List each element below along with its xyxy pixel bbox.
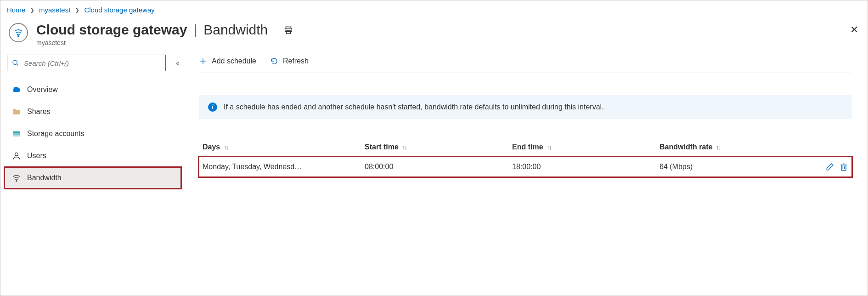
page-title: Cloud storage gateway [36,22,187,37]
svg-line-5 [17,64,18,65]
col-days[interactable]: Days↑↓ [203,143,365,151]
plus-icon [199,57,207,65]
svg-point-10 [16,181,17,182]
info-icon: i [208,102,217,112]
sidebar-item-label: Bandwidth [27,174,62,182]
svg-point-0 [18,35,19,37]
search-icon [12,59,19,67]
col-end-label: End time [512,143,543,151]
breadcrumb: Home ❯ myasetest ❯ Cloud storage gateway [7,6,861,14]
breadcrumb-home[interactable]: Home [7,6,25,14]
table-header: Days↑↓ Start time↑↓ End time↑↓ Bandwidth… [199,137,852,157]
schedule-table: Days↑↓ Start time↑↓ End time↑↓ Bandwidth… [199,137,852,177]
sidebar-item-bandwidth[interactable]: Bandwidth [4,167,181,189]
cell-end: 18:00:00 [512,163,659,171]
col-start-label: Start time [365,143,399,151]
sidebar-item-shares[interactable]: Shares [7,101,181,123]
user-icon [11,151,22,160]
cell-rate: 64 (Mbps) [659,163,807,171]
delete-icon[interactable] [839,162,848,171]
resource-subtitle: myasetest [36,39,839,46]
sidebar-item-label: Overview [27,85,58,94]
collapse-sidebar-icon[interactable]: « [174,57,181,68]
sidebar-nav: Overview Shares Storage accounts [7,79,181,189]
sidebar-item-storage-accounts[interactable]: Storage accounts [7,123,181,145]
breadcrumb-current[interactable]: Cloud storage gateway [84,6,154,14]
title-separator: | [193,22,197,37]
close-icon[interactable]: ✕ [847,22,861,38]
svg-rect-6 [13,131,20,133]
refresh-button[interactable]: Refresh [270,57,309,65]
col-start[interactable]: Start time↑↓ [365,143,512,151]
folder-icon [11,107,22,116]
cell-start: 08:00:00 [365,163,512,171]
chevron-right-icon: ❯ [75,7,79,13]
sidebar-item-users[interactable]: Users [7,145,181,167]
sidebar-item-label: Users [27,152,46,160]
col-end[interactable]: End time↑↓ [512,143,659,151]
svg-point-9 [15,153,18,156]
sidebar-item-label: Storage accounts [27,130,85,138]
info-banner: i If a schedule has ended and another sc… [199,95,852,119]
sort-icon: ↑↓ [224,144,228,151]
sort-icon: ↑↓ [402,144,406,151]
command-bar: Add schedule Refresh [199,55,852,73]
cell-days: Monday, Tuesday, Wednesd… [203,163,365,171]
col-rate-label: Bandwidth rate [659,143,713,151]
breadcrumb-resource[interactable]: myasetest [39,6,70,14]
add-schedule-label: Add schedule [212,57,256,65]
sidebar-search[interactable] [7,55,166,71]
refresh-label: Refresh [283,57,309,65]
sort-icon: ↑↓ [547,144,551,151]
refresh-icon [270,57,278,65]
storage-icon [11,129,22,138]
sidebar-item-label: Shares [27,108,51,116]
svg-point-4 [13,60,17,64]
sort-icon: ↑↓ [716,144,721,151]
add-schedule-button[interactable]: Add schedule [199,57,256,65]
search-input[interactable] [23,59,161,68]
col-days-label: Days [203,143,220,151]
svg-rect-3 [287,30,291,33]
edit-icon[interactable] [825,162,834,171]
table-row[interactable]: Monday, Tuesday, Wednesd… 08:00:00 18:00… [199,157,852,177]
blade-title: Bandwidth [203,22,268,37]
resource-wifi-icon [9,23,28,42]
cloud-icon [11,85,22,94]
wifi-icon [11,173,22,182]
svg-rect-7 [13,133,20,135]
chevron-right-icon: ❯ [30,7,34,13]
col-rate[interactable]: Bandwidth rate↑↓ [659,143,807,151]
sidebar-item-overview[interactable]: Overview [7,79,181,101]
svg-rect-8 [13,135,20,137]
print-icon[interactable] [283,25,293,35]
info-banner-text: If a schedule has ended and another sche… [224,103,604,111]
svg-rect-13 [841,165,846,171]
